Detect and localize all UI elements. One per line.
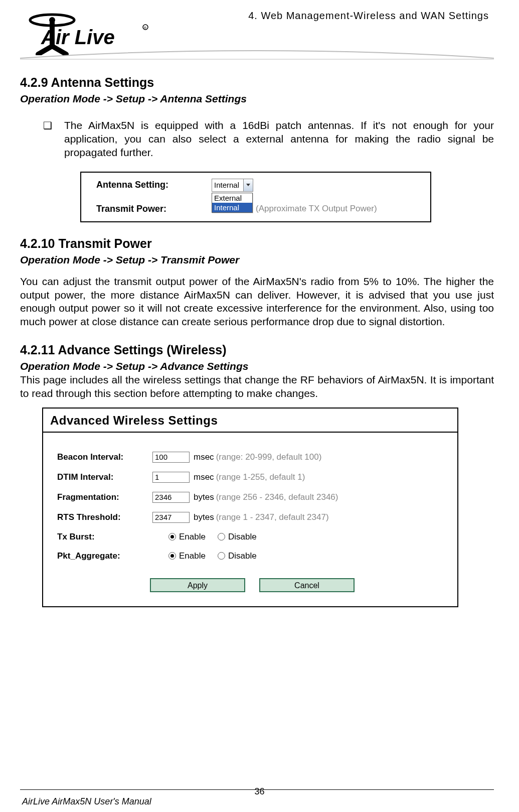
beacon-unit: msec bbox=[194, 452, 214, 462]
svg-point-1 bbox=[49, 17, 55, 23]
rts-unit: bytes bbox=[194, 512, 214, 522]
chevron-down-icon[interactable] bbox=[243, 179, 253, 191]
antenna-setting-select[interactable]: Internal bbox=[212, 179, 253, 192]
advanced-wireless-panel: Advanced Wireless Settings Beacon Interv… bbox=[42, 408, 458, 607]
txburst-disable-radio[interactable] bbox=[218, 533, 225, 540]
page-number: 36 bbox=[0, 786, 519, 797]
dtim-label: DTIM Interval: bbox=[57, 472, 152, 482]
pktagg-disable-label: Disable bbox=[228, 551, 257, 561]
dtim-unit: msec bbox=[194, 472, 214, 482]
antenna-select-value: Internal bbox=[212, 180, 243, 190]
apply-button[interactable]: Apply bbox=[150, 578, 245, 592]
beacon-label: Beacon Interval: bbox=[57, 452, 152, 462]
txburst-enable-radio[interactable] bbox=[168, 533, 176, 540]
brand-logo: Air Live R bbox=[20, 10, 150, 55]
advanced-panel-title: Advanced Wireless Settings bbox=[43, 409, 457, 433]
dtim-hint: (range 1-255, default 1) bbox=[216, 472, 305, 482]
section-heading-transmit: 4.2.10 Transmit Power bbox=[20, 236, 494, 251]
transmit-power-hint: (Approximate TX Output Power) bbox=[256, 204, 377, 214]
frag-hint: (range 256 - 2346, default 2346) bbox=[216, 492, 338, 502]
frag-unit: bytes bbox=[194, 492, 214, 502]
antenna-description: The AirMax5N is equipped with a 16dBi pa… bbox=[64, 119, 494, 160]
breadcrumb-antenna: Operation Mode -> Setup -> Antenna Setti… bbox=[20, 93, 494, 105]
breadcrumb-transmit: Operation Mode -> Setup -> Transmit Powe… bbox=[20, 254, 494, 266]
frag-label: Fragmentation: bbox=[57, 492, 152, 502]
frag-input[interactable] bbox=[152, 492, 190, 503]
bullet-icon: ❑ bbox=[43, 119, 52, 160]
antenna-option-external[interactable]: External bbox=[212, 193, 252, 203]
txburst-label: Tx Burst: bbox=[57, 532, 152, 542]
advance-description: This page includes all the wireless sett… bbox=[20, 373, 494, 400]
dtim-input[interactable] bbox=[152, 472, 190, 483]
antenna-select-dropdown[interactable]: External Internal bbox=[212, 193, 253, 213]
txburst-enable-label: Enable bbox=[179, 532, 206, 542]
section-heading-advance: 4.2.11 Advance Settings (Wireless) bbox=[20, 343, 494, 357]
section-heading-antenna: 4.2.9 Antenna Settings bbox=[20, 75, 494, 90]
footer-manual-title: AirLive AirMax5N User's Manual bbox=[22, 796, 151, 807]
rts-input[interactable] bbox=[152, 512, 190, 523]
pktagg-enable-label: Enable bbox=[179, 551, 206, 561]
antenna-setting-label: Antenna Setting: bbox=[96, 180, 212, 190]
chapter-title: 4. Web Management-Wireless and WAN Setti… bbox=[248, 10, 489, 22]
transmit-power-description: You can adjust the transmit output power… bbox=[20, 275, 494, 329]
antenna-settings-panel: Antenna Setting: Internal External Inter… bbox=[80, 172, 431, 222]
svg-text:R: R bbox=[144, 26, 146, 30]
pktagg-disable-radio[interactable] bbox=[218, 552, 225, 560]
cancel-button[interactable]: Cancel bbox=[259, 578, 355, 592]
breadcrumb-advance: Operation Mode -> Setup -> Advance Setti… bbox=[20, 360, 494, 372]
svg-text:Air Live: Air Live bbox=[41, 26, 115, 48]
rts-hint: (range 1 - 2347, default 2347) bbox=[216, 512, 329, 522]
beacon-hint: (range: 20-999, default 100) bbox=[216, 452, 322, 462]
rts-label: RTS Threshold: bbox=[57, 512, 152, 522]
pktagg-label: Pkt_Aggregate: bbox=[57, 551, 152, 561]
beacon-input[interactable] bbox=[152, 452, 190, 463]
txburst-disable-label: Disable bbox=[228, 532, 257, 542]
antenna-option-internal[interactable]: Internal bbox=[212, 203, 252, 212]
pktagg-enable-radio[interactable] bbox=[168, 552, 176, 560]
divider-swoosh bbox=[20, 50, 494, 60]
